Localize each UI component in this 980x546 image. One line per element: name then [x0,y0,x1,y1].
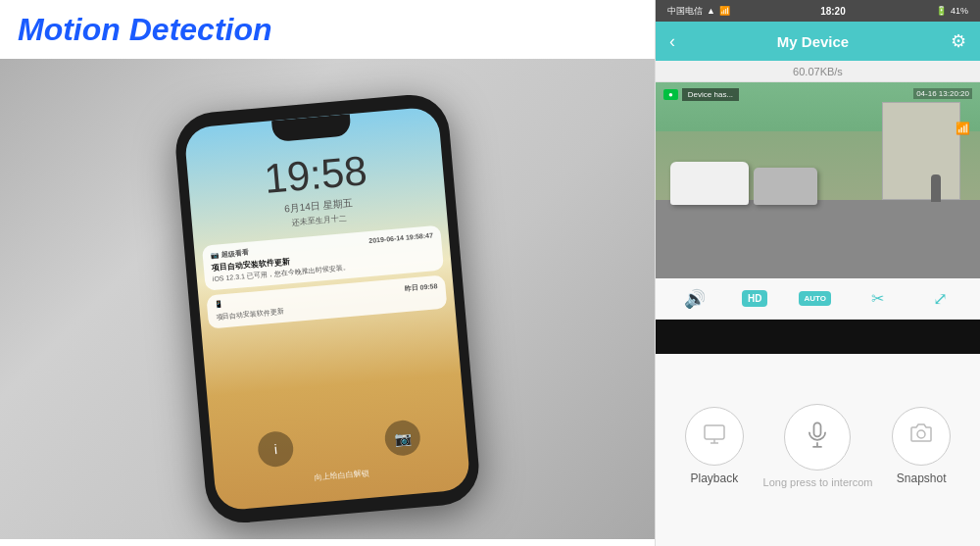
black-bar [656,320,980,354]
signal-icon: ▲ [707,6,715,16]
fullscreen-button[interactable]: ⤢ [925,283,956,315]
carrier-text: 中国电信 [667,5,703,18]
snapshot-icon-circle [892,407,951,466]
phone-mockup: 19:58 6月14日 星期五 还未至生月十二 📷 超级看看 2019-06-1… [172,92,482,526]
phone-background: 19:58 6月14日 星期五 还未至生月十二 📷 超级看看 2019-06-1… [0,59,655,539]
intercom-icon-circle [784,404,851,471]
playback-label: Playback [690,472,738,485]
snapshot-label: Snapshot [897,472,947,485]
page-title: Motion Detection [18,12,272,48]
info-icon: i [273,441,278,457]
video-feed-area[interactable]: ● Device has... 04-16 13:20:20 📶 [656,82,980,278]
svg-point-6 [917,430,925,438]
playback-icon [703,422,726,451]
notif1-icon: 📷 超级看看 [210,248,249,261]
statusbar-right: 🔋 41% [936,6,968,16]
right-phone-ui: 中国电信 ▲ 📶 18:20 🔋 41% ‹ My Device ⚙ 60.07… [655,0,980,546]
device-label: Device has... [682,88,739,101]
camera-icon: 📷 [394,429,412,446]
battery-icon: 🔋 [936,6,947,16]
snapshot-icon [909,422,933,451]
navbar-title: My Device [777,33,849,50]
statusbar-left: 中国电信 ▲ 📶 [667,5,730,18]
video-road [656,200,980,278]
auto-button[interactable]: AUTO [799,291,831,306]
phone-screen: 19:58 6月14日 星期五 还未至生月十二 📷 超级看看 2019-06-1… [183,106,470,511]
action-buttons-row: Playback Long press to intercom [656,404,980,488]
intercom-label: Long press to intercom [763,476,873,488]
snapshot-button[interactable]: Snapshot [892,407,951,485]
video-timestamp: 04-16 13:20:20 [913,88,972,99]
microphone-icon [804,421,831,455]
sound-icon: 🔊 [684,288,706,310]
scissors-button[interactable]: ✂ [862,283,894,315]
phone-bottom-area: i 📷 [211,415,467,472]
status-time: 18:20 [820,6,846,17]
battery-text: 41% [951,6,968,16]
video-person [931,174,941,202]
video-building [882,102,960,200]
back-button[interactable]: ‹ [669,31,675,52]
playback-button[interactable]: Playback [685,407,744,485]
video-car-white [670,162,749,205]
sound-button[interactable]: 🔊 [679,283,710,315]
video-car-gray [754,168,817,205]
notif2-icon: 📱 [215,300,224,311]
swipe-text: 向上给白白解锁 [314,468,369,483]
left-phone-section: 19:58 6月14日 星期五 还未至生月十二 📷 超级看看 2019-06-1… [0,59,655,539]
speed-indicator: 60.07KB/s [656,61,980,82]
playback-icon-circle [685,407,744,466]
hd-button[interactable]: HD [742,290,767,307]
status-bar: 中国电信 ▲ 📶 18:20 🔋 41% [656,0,980,22]
bottom-actions: Playback Long press to intercom [656,354,980,546]
phone-camera-btn[interactable]: 📷 [383,419,421,457]
speed-value: 60.07KB/s [793,66,843,77]
nav-bar: ‹ My Device ⚙ [656,22,980,61]
scissors-icon: ✂ [871,289,884,308]
settings-button[interactable]: ⚙ [951,30,966,52]
notif2-time: 昨日 09:58 [404,281,438,294]
controls-bar: 🔊 HD AUTO ✂ ⤢ [656,278,980,320]
video-feed: ● Device has... 04-16 13:20:20 📶 [656,82,980,278]
svg-rect-3 [814,422,821,436]
intercom-button[interactable]: Long press to intercom [763,404,873,488]
live-badge: ● [663,89,678,100]
wifi-icon: 📶 [719,6,730,16]
svg-rect-0 [705,425,724,439]
phone-info-btn[interactable]: i [257,430,295,469]
fullscreen-icon: ⤢ [933,288,948,310]
video-wifi-icon: 📶 [956,122,970,135]
